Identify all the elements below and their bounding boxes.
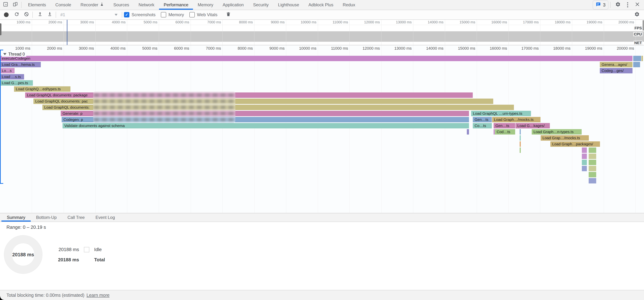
flame-bar[interactable] [589,172,596,177]
flame-bar-label: Load Graph…n-types.ts [532,129,574,135]
tab-adblock-plus[interactable]: Adblock Plus [304,0,338,10]
save-profile-button[interactable] [46,11,54,19]
flame-bar[interactable]: executeCodegen [0,56,632,61]
more-options-button[interactable] [624,1,632,9]
flame-bar[interactable] [589,154,596,159]
overview-left-drag-handle[interactable] [0,23,2,35]
panel-tab-summary[interactable]: Summary [2,213,31,222]
gridline [286,20,286,45]
profile-select[interactable]: #1 [58,12,120,17]
flame-bar[interactable]: Load Graph…packages/ [550,141,600,147]
flame-bar[interactable]: Lo…s [0,68,14,73]
inspect-button[interactable] [2,1,10,9]
clear-button[interactable] [22,11,30,19]
flame-bar[interactable] [633,62,640,67]
delete-recording-button[interactable] [224,11,232,19]
flame-bar[interactable] [520,141,521,147]
flame-bar[interactable]: Load Graph…/mocks.ts [492,117,540,122]
load-profile-button[interactable] [36,11,44,19]
flame-bar[interactable]: Load G…kages/ [516,123,550,128]
upload-arrow-icon [38,12,43,18]
playhead-cursor[interactable] [67,20,68,45]
tab-network[interactable]: Network [134,0,159,10]
flame-bar[interactable] [633,56,641,61]
flame-bar[interactable]: Load Gra…hema.ts [0,62,41,67]
flame-bar[interactable]: Genera…ages/ [600,62,632,67]
gear-icon [634,12,640,18]
console-messages-badge-button[interactable]: 3 [592,0,608,10]
tab-recorder[interactable]: Recorder [76,0,109,10]
record-button[interactable] [4,13,8,17]
flame-bar[interactable]: Load G…pes.ts [0,80,33,86]
flame-bar[interactable] [520,147,521,153]
flame-bar[interactable] [494,129,495,135]
flame-bar[interactable] [642,56,643,61]
legend-swatch-idle [84,247,89,252]
timeline-overview[interactable]: 1000 ms2000 ms3000 ms4000 ms5000 ms6000 … [0,20,644,45]
panel-tab-event-log[interactable]: Event Log [90,213,120,222]
flame-bar[interactable]: Validate documents against schema [62,123,469,128]
thread-header[interactable]: Thread 0 [2,52,26,57]
ruler-label: 6000 ms [162,20,189,24]
flame-bar[interactable]: Codeg…ges/ [600,68,632,73]
ruler-label: 11000 ms [321,20,348,24]
gridline [159,20,159,45]
flame-bar[interactable] [582,154,587,159]
flame-bar[interactable]: Gen…ts [494,123,515,128]
settings-button[interactable] [614,1,622,9]
flame-bar[interactable]: Load GraphQ…ed/types.ts [14,86,70,92]
flame-bar[interactable] [582,147,587,153]
flame-bar[interactable] [589,178,596,183]
flame-bar[interactable] [589,166,596,171]
flame-bar[interactable]: Load …s.ts [0,74,24,80]
performance-toolbar: #1 ✓ScreenshotsMemoryWeb Vitals [0,10,644,20]
flame-bar-label: Load GraphQ…ed/types.ts [14,86,61,92]
gridline [381,20,382,45]
flame-bar[interactable] [467,129,469,135]
flame-bar[interactable] [589,160,596,165]
tab-performance[interactable]: Performance [159,0,193,10]
tab-redux[interactable]: Redux [338,0,360,10]
tab-console[interactable]: Console [51,0,76,10]
close-devtools-button[interactable] [633,1,642,9]
close-icon [635,2,640,8]
tab-elements[interactable]: Elements [23,0,51,10]
flame-bar[interactable] [520,129,521,135]
panel-tab-bottom-up[interactable]: Bottom-Up [31,213,62,222]
flame-bar-label: Gen…ts [494,123,509,128]
flame-bar[interactable]: Gen…ts [473,117,492,122]
window-corner [0,296,4,300]
flame-bar[interactable] [589,147,596,153]
device-toolbar-icon [12,2,18,8]
flame-bar[interactable] [582,166,587,171]
ruler-label: 3000 ms [67,20,94,24]
flame-bar[interactable]: Load GraphQL documents: package [25,92,473,98]
flame-chart[interactable]: 1000 ms2000 ms3000 ms4000 ms5000 ms6000 … [0,45,644,213]
selection-bracket [0,50,1,184]
flame-bar[interactable] [520,135,521,141]
gridline [413,20,413,45]
flame-bar[interactable]: Load Grap…/mocks.ts [541,135,589,141]
collapse-triangle-icon [3,53,6,55]
memory-checkbox[interactable]: Memory [161,12,184,18]
tab-application[interactable]: Application [218,0,248,10]
flame-bar[interactable]: Cod…ts [495,129,515,135]
tab-lighthouse[interactable]: Lighthouse [273,0,304,10]
web-vitals-checkbox[interactable]: Web Vitals [190,12,218,18]
flame-bar-label: Codegen: p [62,117,83,122]
flame-bar[interactable] [582,160,587,165]
learn-more-link[interactable]: Learn more [86,293,110,298]
reload-and-record-button[interactable] [12,11,21,19]
tab-memory[interactable]: Memory [193,0,218,10]
flame-bar[interactable]: Load Graph…n-types.ts [532,129,582,135]
capture-settings-button[interactable] [633,11,641,19]
flame-bar[interactable]: Load GraphQL …urn-types.ts [471,111,531,116]
ruler-label: 7000 ms [194,20,221,24]
flame-bar[interactable]: Co…ts [473,123,492,128]
device-toolbar-button[interactable] [11,1,20,9]
tab-sources[interactable]: Sources [109,0,134,10]
tab-security[interactable]: Security [248,0,273,10]
screenshots-checkbox[interactable]: ✓Screenshots [124,12,156,18]
overview-scrollbar[interactable] [642,20,644,31]
panel-tab-call-tree[interactable]: Call Tree [62,213,90,222]
